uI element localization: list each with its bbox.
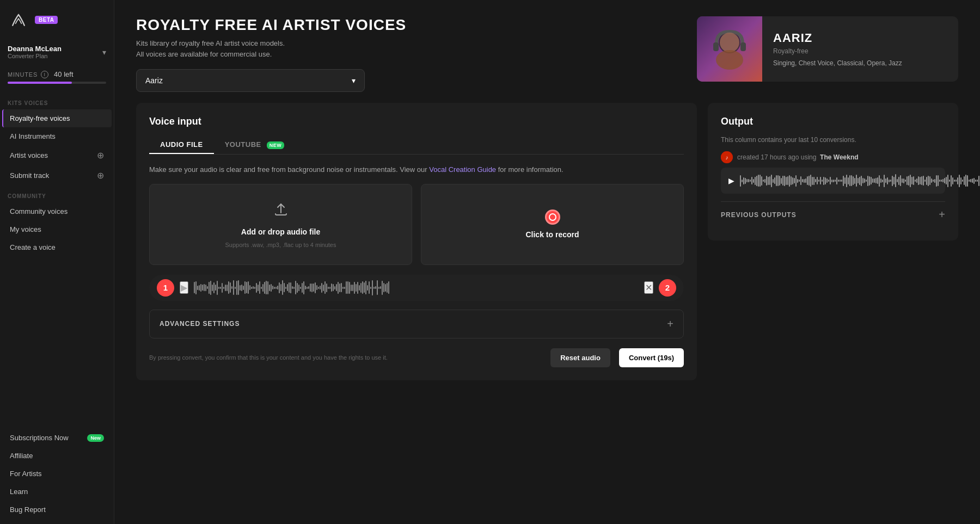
kits-logo: [8, 9, 29, 30]
sidebar-item-learn[interactable]: Learn: [2, 483, 112, 501]
upload-sublabel: Supports .wav, .mp3, .flac up to 4 minut…: [225, 242, 336, 248]
page-subtitle: Kits library of royalty free AI artist v…: [136, 38, 681, 59]
output-avatar: ♪: [721, 151, 733, 163]
waveform-visual: [194, 279, 639, 297]
output-track-header: ♪ created 17 hours ago using The Weeknd: [721, 151, 945, 163]
sidebar-item-ai-instruments[interactable]: AI Instruments: [2, 127, 112, 145]
kits-voices-section-label: KITS VOICES: [0, 93, 114, 109]
advanced-settings-label: ADVANCED SETTINGS: [160, 320, 240, 328]
output-track: ♪ created 17 hours ago using The Weeknd …: [721, 151, 945, 194]
subtitle-line2: All voices are available for commercial …: [136, 50, 272, 58]
sidebar-item-label: My voices: [10, 225, 41, 233]
sidebar-item-label: Subscriptions Now: [10, 434, 69, 442]
sidebar-item-label: Bug Report: [10, 505, 46, 514]
featured-artist-card: AARIZ Royalty-free Singing, Chest Voice,…: [697, 16, 958, 82]
featured-artist-info: AARIZ Royalty-free Singing, Chest Voice,…: [762, 16, 913, 82]
minutes-left: 40 left: [54, 70, 73, 78]
sidebar-item-royalty-free[interactable]: Royalty-free voices: [2, 109, 112, 127]
sidebar-item-label: Royalty-free voices: [10, 114, 70, 122]
previous-outputs-row[interactable]: PREVIOUS OUTPUTS +: [721, 201, 945, 227]
user-name: Deanna McLean: [8, 45, 62, 53]
chevron-down-icon: ▾: [102, 48, 106, 57]
top-section: ROYALTY FREE AI ARTIST VOICES Kits libra…: [114, 0, 980, 103]
record-box[interactable]: Click to record: [421, 184, 684, 265]
minutes-label-text: MINUTES: [8, 71, 38, 78]
content-columns: Voice input AUDIO FILE YOUTUBE New Make …: [114, 103, 980, 397]
output-play-button[interactable]: ▶: [728, 173, 734, 188]
output-player: ▶ ⬇ ⧉ 🔗: [721, 168, 945, 194]
sidebar-item-label: Create a voice: [10, 243, 56, 251]
tab-youtube[interactable]: YOUTUBE New: [214, 136, 296, 154]
sidebar-item-for-artists[interactable]: For Artists: [2, 465, 112, 483]
sidebar-item-label: AI Instruments: [10, 132, 56, 140]
sidebar-item-create-voice[interactable]: Create a voice: [2, 238, 112, 256]
svg-rect-3: [740, 42, 746, 51]
voice-input-panel: Voice input AUDIO FILE YOUTUBE New Make …: [136, 103, 697, 380]
page-title: ROYALTY FREE AI ARTIST VOICES: [136, 16, 681, 34]
close-player-button[interactable]: ✕: [644, 281, 653, 294]
record-dot-icon: [545, 209, 560, 225]
step-2-badge: 2: [659, 279, 676, 297]
disclaimer-text: By pressing convert, you confirm that th…: [149, 353, 542, 362]
upload-label: Add or drop audio file: [241, 227, 320, 236]
upload-box[interactable]: Add or drop audio file Supports .wav, .m…: [149, 184, 412, 265]
sidebar-item-subscriptions[interactable]: Subscriptions Now New: [2, 429, 112, 447]
reset-audio-button[interactable]: Reset audio: [550, 348, 610, 367]
instructions-end: for more information.: [498, 165, 564, 174]
plus-icon: +: [939, 208, 945, 221]
new-badge: New: [87, 434, 104, 442]
add-icon: ⊕: [97, 150, 104, 161]
artist-royalty: Royalty-free: [773, 47, 902, 55]
advanced-settings-row[interactable]: ADVANCED SETTINGS +: [149, 310, 684, 338]
sidebar-item-my-voices[interactable]: My voices: [2, 220, 112, 238]
output-artist-name: The Weeknd: [820, 153, 858, 161]
sidebar-item-submit-track[interactable]: Submit track ⊕: [2, 165, 112, 186]
play-button[interactable]: ▶: [180, 281, 188, 294]
tab-bar: AUDIO FILE YOUTUBE New: [149, 136, 684, 155]
artist-tags: Singing, Chest Voice, Classical, Opera, …: [773, 59, 902, 67]
artist-image: [697, 16, 762, 82]
waveform-player: 1 ▶ ✕ 2: [149, 275, 684, 301]
top-left: ROYALTY FREE AI ARTIST VOICES Kits libra…: [136, 16, 681, 92]
sidebar-item-label: Affiliate: [10, 452, 33, 460]
main-content: ROYALTY FREE AI ARTIST VOICES Kits libra…: [114, 0, 980, 524]
info-icon[interactable]: i: [41, 71, 48, 78]
minutes-progress-bg: [8, 82, 106, 84]
subtitle-line1: Kits library of royalty free AI artist v…: [136, 39, 285, 47]
bottom-actions: By pressing convert, you confirm that th…: [149, 348, 684, 367]
voice-dropdown-value: Aariz: [145, 76, 163, 85]
sidebar-item-bug-report[interactable]: Bug Report: [2, 501, 112, 519]
convert-button[interactable]: Convert (19s): [619, 348, 684, 367]
sidebar-item-community-voices[interactable]: Community voices: [2, 202, 112, 220]
voice-input-title: Voice input: [149, 116, 684, 127]
minutes-progress-fill: [8, 82, 72, 84]
output-subtitle: This column contains your last 10 conver…: [721, 136, 945, 144]
svg-rect-2: [713, 42, 719, 51]
community-section-label: COMMUNITY: [0, 186, 114, 202]
sidebar-item-affiliate[interactable]: Affiliate: [2, 447, 112, 465]
tab-audio-file[interactable]: AUDIO FILE: [149, 136, 214, 154]
upload-icon: [272, 201, 290, 222]
sidebar-item-label: Community voices: [10, 207, 68, 215]
tab-audio-label: AUDIO FILE: [160, 140, 203, 149]
user-profile[interactable]: Deanna McLean Converter Plan ▾: [0, 39, 114, 65]
plus-icon: +: [667, 318, 673, 330]
previous-outputs-label: PREVIOUS OUTPUTS: [721, 211, 797, 219]
voice-dropdown[interactable]: Aariz ▾: [136, 69, 365, 92]
input-boxes: Add or drop audio file Supports .wav, .m…: [149, 184, 684, 265]
output-created-text: created 17 hours ago using The Weeknd: [737, 153, 859, 161]
voice-instructions: Make sure your audio is clear and free f…: [149, 164, 684, 175]
step-1-badge: 1: [157, 279, 174, 297]
user-plan: Converter Plan: [8, 53, 62, 59]
output-panel: Output This column contains your last 10…: [708, 103, 958, 241]
record-label: Click to record: [525, 230, 579, 239]
sidebar-item-artist-voices[interactable]: Artist voices ⊕: [2, 145, 112, 165]
add-icon: ⊕: [97, 170, 104, 181]
artist-name: AARIZ: [773, 31, 902, 45]
beta-badge: BETA: [35, 16, 58, 24]
sidebar-item-label: Submit track: [10, 171, 49, 180]
instructions-text: Make sure your audio is clear and free f…: [149, 165, 427, 174]
sidebar-item-label: For Artists: [10, 470, 42, 478]
vocal-creation-guide-link[interactable]: Vocal Creation Guide: [429, 165, 496, 174]
youtube-new-badge: New: [267, 141, 285, 149]
